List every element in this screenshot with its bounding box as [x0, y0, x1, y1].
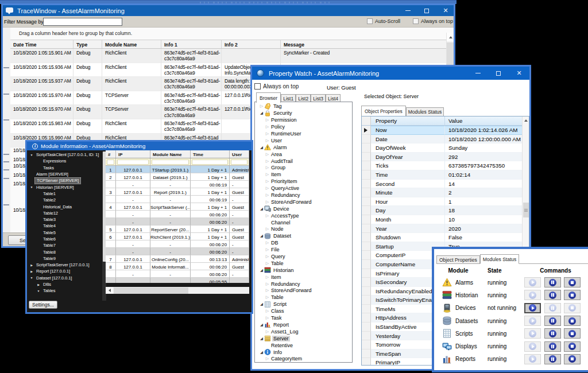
- expander-icon[interactable]: [259, 302, 264, 306]
- tree-item-label[interactable]: DB: [270, 240, 280, 246]
- tree-item-label[interactable]: Table2: [41, 197, 57, 203]
- tree-item-label[interactable]: Alarm: [272, 145, 288, 150]
- expander-icon[interactable]: [265, 165, 270, 170]
- expander-icon[interactable]: [265, 227, 270, 231]
- tree-item-label[interactable]: RuntimeUser: [270, 131, 303, 137]
- expander-icon[interactable]: [259, 145, 264, 150]
- tree-item-label[interactable]: TCPServer [SERVER]: [34, 177, 81, 184]
- tree-item[interactable]: Report [127.0.0.1]: [28, 268, 101, 274]
- tree-item-label[interactable]: Channel: [270, 220, 292, 226]
- stop-button[interactable]: [564, 328, 581, 339]
- module-grid-hscrollbar[interactable]: [106, 287, 249, 294]
- expander-icon[interactable]: [265, 179, 270, 184]
- table-row[interactable]: - - 00:06:19 -: [106, 196, 249, 203]
- table-row[interactable]: Year 2020: [362, 224, 523, 234]
- tree-item-label[interactable]: StoreAndForward: [270, 199, 313, 205]
- filter-cell[interactable]: [230, 158, 249, 165]
- tree-item[interactable]: QueryActive: [255, 185, 352, 192]
- tree-item-label[interactable]: Tag: [272, 103, 283, 109]
- tree-item-label[interactable]: Device: [272, 206, 291, 212]
- scrollbar-thumb[interactable]: [114, 287, 188, 294]
- tree-item-label[interactable]: AuditTrail: [270, 158, 294, 164]
- expander-icon[interactable]: [265, 200, 270, 204]
- tree-item[interactable]: Info: [255, 349, 352, 356]
- tree-item[interactable]: Node: [255, 226, 352, 233]
- table-row[interactable]: Ticks 637385797342475350: [362, 161, 523, 170]
- tree-item[interactable]: Table1: [28, 191, 101, 197]
- tree-item[interactable]: Task: [255, 314, 352, 321]
- tree-item[interactable]: Item: [255, 171, 352, 178]
- tree-item[interactable]: Table7: [28, 242, 101, 248]
- stop-button[interactable]: [564, 290, 581, 300]
- table-row[interactable]: Day 18: [362, 206, 523, 215]
- minimize-button[interactable]: [474, 67, 481, 80]
- tree-item[interactable]: Expressions: [28, 158, 101, 164]
- tree-item-label[interactable]: Node: [270, 226, 285, 232]
- tree-item[interactable]: File: [255, 246, 352, 253]
- always-on-top-checkbox[interactable]: Always on top: [254, 83, 299, 90]
- table-row[interactable]: - - 00:06:20 -: [106, 248, 249, 255]
- autoscroll-checkbox[interactable]: Auto-Scroll: [367, 18, 400, 24]
- tree-item[interactable]: Query: [255, 253, 352, 260]
- tree-item[interactable]: Dataset: [255, 232, 352, 239]
- table-row[interactable]: Date 10/18/2020 12:00:00.000 AM: [362, 135, 523, 144]
- tree-item[interactable]: Table12: [28, 210, 101, 216]
- column-header-time[interactable]: Time: [191, 150, 230, 158]
- column-header-info2[interactable]: Info 2: [222, 40, 281, 48]
- tree-item[interactable]: Policy: [255, 123, 352, 130]
- expander-icon[interactable]: [265, 152, 270, 157]
- expander-icon[interactable]: [265, 288, 270, 293]
- table-row[interactable]: DayOfYear 292: [362, 153, 523, 162]
- tab[interactable]: Browser: [256, 92, 281, 103]
- table-row[interactable]: 1 127.0.0.1 TStartup (2019.1.) 1 Day + 1…: [106, 166, 249, 173]
- stop-button[interactable]: [564, 354, 581, 364]
- tree-item-label[interactable]: Table1: [41, 191, 57, 196]
- tree-item[interactable]: Historian: [255, 267, 352, 274]
- maximize-button[interactable]: [495, 67, 502, 80]
- tree-item-label[interactable]: Area: [270, 151, 283, 157]
- tree-item[interactable]: Group: [255, 165, 352, 172]
- column-header-type[interactable]: Type: [74, 40, 102, 48]
- table-row[interactable]: - - 00:06:20 -: [106, 218, 249, 226]
- tree-item-label[interactable]: StoreAndForward: [270, 287, 313, 293]
- table-row[interactable]: Minute 2: [362, 188, 523, 197]
- tree-item-label[interactable]: Historical_Data: [41, 204, 74, 209]
- trace-window-titlebar[interactable]: TraceWindow - AssetAlarmMonitoring ✕: [3, 5, 454, 16]
- expander-icon[interactable]: [259, 336, 264, 341]
- tree-item[interactable]: ScriptTaskClient [127.0.0.1, ID: 1]: [28, 151, 101, 158]
- table-row[interactable]: 5 127.0.0.1 ReportServer (20... 1 Day + …: [106, 226, 249, 233]
- tree-item-label[interactable]: Dataset: [272, 233, 292, 239]
- table-row[interactable]: - - 00:06:19 -: [106, 181, 249, 188]
- filter-cell[interactable]: [150, 158, 191, 165]
- tree-item[interactable]: Device: [255, 205, 352, 212]
- tree-item-label[interactable]: Query: [270, 254, 287, 259]
- column-header-module-name[interactable]: Module Name: [102, 40, 161, 48]
- scroll-up-button[interactable]: [447, 33, 454, 41]
- tab[interactable]: Modules Status: [480, 254, 520, 264]
- tree-item[interactable]: CategoryItem: [255, 355, 352, 362]
- always-on-top-checkbox-box[interactable]: [413, 18, 419, 24]
- tree-item[interactable]: StoreAndForward: [255, 287, 352, 294]
- tree-item-label[interactable]: Table8: [41, 249, 57, 255]
- expander-icon[interactable]: [265, 295, 270, 300]
- table-row[interactable]: 8 127.0.0.1 Module Informati... 00:06:20…: [106, 263, 249, 270]
- tree-item-label[interactable]: Table: [270, 261, 285, 266]
- table-row[interactable]: 6 127.0.0.1 RichClient (2019.1.) 1 Day +…: [106, 233, 249, 240]
- tree-item-label[interactable]: Table7: [41, 243, 57, 248]
- tree-item[interactable]: Script: [255, 301, 352, 308]
- expander-icon[interactable]: [29, 153, 34, 157]
- expander-icon[interactable]: [29, 185, 34, 189]
- filter-cell[interactable]: [116, 158, 150, 165]
- tree-item[interactable]: Alarm [SERVER]: [28, 171, 101, 177]
- expander-icon[interactable]: [265, 261, 270, 266]
- always-on-top-checkbox-box[interactable]: [254, 83, 261, 90]
- tree-item-label[interactable]: Table5: [41, 230, 57, 235]
- column-header-info1[interactable]: Info 1: [161, 40, 222, 48]
- pause-button[interactable]: [544, 328, 561, 339]
- expander-icon[interactable]: [36, 289, 41, 293]
- tree-item[interactable]: AccessType: [255, 212, 352, 219]
- column-header-date-time[interactable]: Date Time: [10, 40, 74, 48]
- tree-item-label[interactable]: QueryActive: [270, 185, 300, 191]
- module-information-titlebar[interactable]: i Module Information - AssetAlarmMonitor…: [27, 142, 252, 150]
- tree-item-label[interactable]: Table12: [41, 210, 60, 216]
